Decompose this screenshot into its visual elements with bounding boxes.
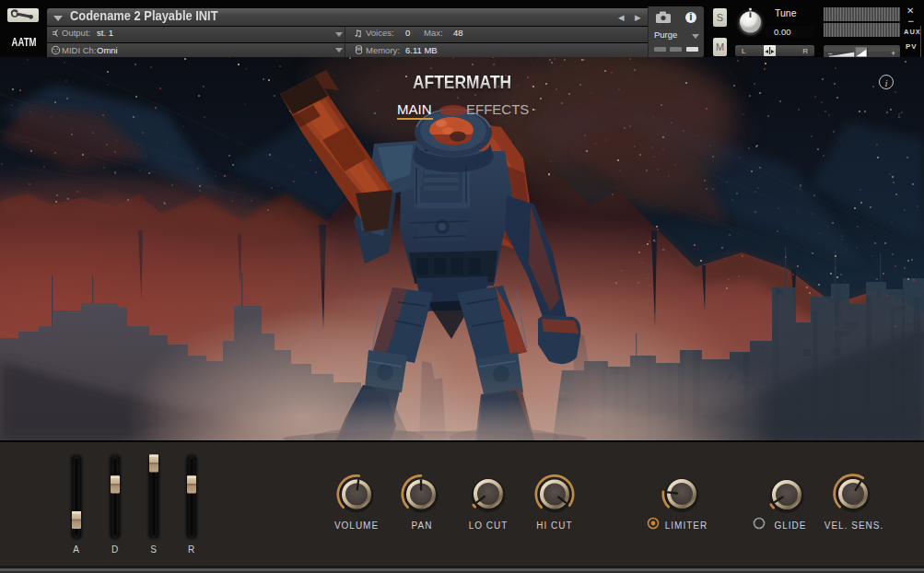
svg-text:+: +: [891, 49, 895, 58]
svg-text:−: −: [828, 49, 833, 58]
